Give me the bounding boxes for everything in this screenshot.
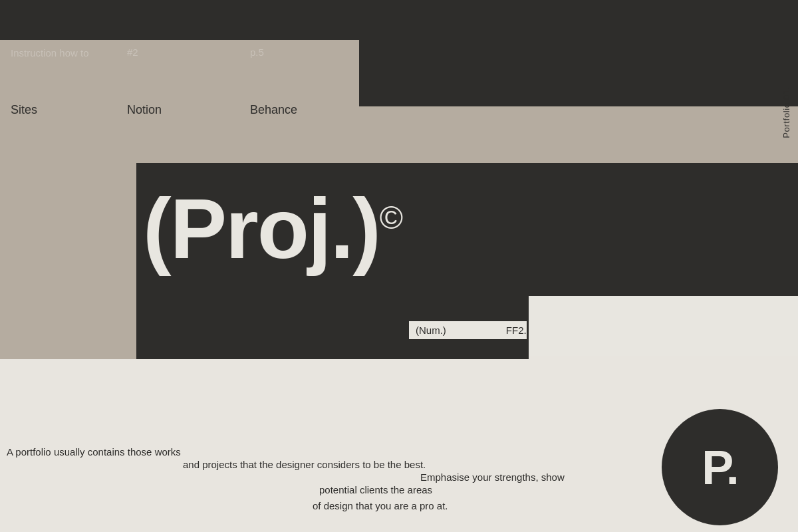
desc-line5: of design that you are a pro at. — [313, 500, 448, 512]
sites-label: Sites — [11, 103, 127, 117]
p-badge-text: P. — [702, 444, 738, 491]
behance-label: Behance — [250, 103, 297, 117]
portfolio-label: Portfolio 01. — [781, 86, 791, 138]
top-bar — [0, 0, 798, 40]
proj-block-right — [529, 163, 798, 296]
copyright-symbol: © — [380, 200, 402, 235]
desc-line3: Emphasise your strengths, show — [420, 471, 565, 483]
num-row: (Num.) FF2. — [409, 321, 527, 339]
instruction-label: Instruction how to — [11, 47, 127, 60]
sites-row: Sites Notion Behance — [0, 103, 399, 117]
ff2-label: FF2. — [506, 325, 527, 336]
num-label: (Num.) — [416, 325, 446, 336]
desc-line4: potential clients the areas — [319, 484, 565, 495]
p-badge: P. — [662, 409, 778, 525]
left-col-beige — [0, 163, 136, 359]
proj-title: (Proj.)© — [143, 186, 402, 271]
desc-line1: A portfolio usually contains those works — [7, 446, 565, 458]
meta-row: Instruction how to #2 p.5 — [0, 47, 366, 60]
number-label: #2 — [127, 47, 250, 58]
upper-right-dark — [359, 40, 798, 106]
desc-line2: and projects that the designer considers… — [183, 459, 565, 470]
right-beige-strip — [359, 106, 798, 166]
notion-label: Notion — [127, 103, 250, 117]
description-block: A portfolio usually contains those works… — [7, 446, 565, 495]
page-label: p.5 — [250, 47, 264, 58]
